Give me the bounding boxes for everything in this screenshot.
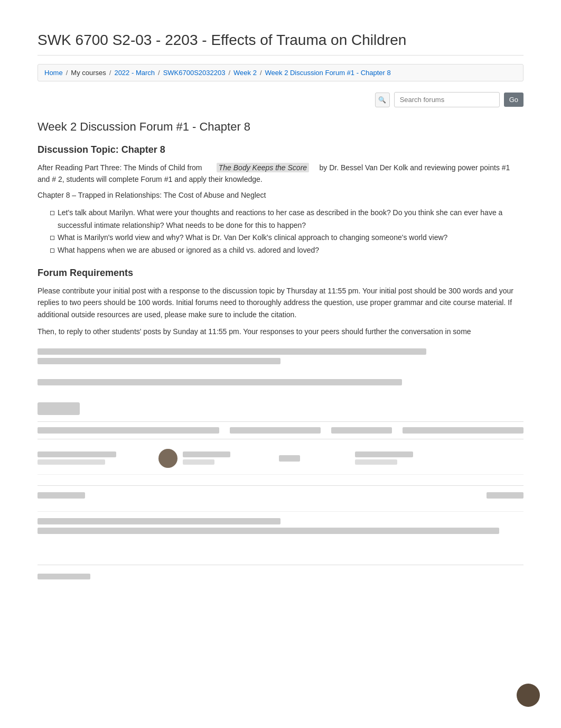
nav-bar-blurred	[38, 511, 523, 543]
add-reply-blurred	[38, 402, 523, 415]
page-title: SWK 6700 S2-03 - 2203 - Effects of Traum…	[38, 32, 523, 56]
requirements-heading: Forum Requirements	[38, 268, 523, 279]
breadcrumb-mycourses: My courses	[71, 69, 106, 77]
search-row: 🔍 Go	[38, 92, 523, 107]
discussion-bullets: Let's talk about Marilyn. What were your…	[38, 207, 523, 257]
pagination-right	[487, 492, 523, 499]
breadcrumb-current: Week 2 Discussion Forum #1 - Chapter 8	[265, 69, 391, 77]
breadcrumb-sep-1: /	[66, 69, 68, 77]
breadcrumb-sep-2: /	[109, 69, 111, 77]
bullet-2: What is Marilyn's world view and why? Wh…	[50, 232, 523, 244]
blurred-line-2	[38, 358, 280, 364]
blurred-line-1	[38, 348, 426, 355]
requirements-text-2: Then, to reply to other students' posts …	[38, 326, 523, 337]
blurred-continuation	[38, 348, 523, 364]
search-input[interactable]	[394, 92, 500, 107]
search-button[interactable]: Go	[504, 93, 523, 107]
table-row	[38, 443, 523, 475]
bullet-3: What happens when we are abused or ignor…	[50, 244, 523, 257]
breadcrumb-course[interactable]: SWK6700S2032203	[163, 69, 226, 77]
row-lastpost-col	[355, 451, 523, 465]
blurred-grading-block	[38, 373, 523, 396]
footer-label	[38, 574, 90, 579]
chapter-label: Chapter 8 – Trapped in Relationships: Th…	[38, 191, 523, 199]
row-author-col	[158, 449, 271, 468]
avatar	[158, 449, 177, 468]
discussion-topic-heading: Discussion Topic: Chapter 8	[38, 144, 523, 155]
row-replies-col	[279, 455, 347, 462]
book-title: The Body Keeps the Score	[217, 163, 309, 172]
breadcrumb: Home / My courses / 2022 - March / SWK67…	[38, 64, 523, 81]
pagination-row	[38, 485, 523, 499]
requirements-text-1: Please contribute your initial post with…	[38, 285, 523, 320]
breadcrumb-term[interactable]: 2022 - March	[114, 69, 155, 77]
breadcrumb-week[interactable]: Week 2	[233, 69, 257, 77]
row-text-col	[38, 451, 150, 465]
breadcrumb-sep-3: /	[158, 69, 160, 77]
bullet-1: Let's talk about Marilyn. What were your…	[50, 207, 523, 232]
breadcrumb-sep-4: /	[228, 69, 230, 77]
table-header	[38, 421, 523, 439]
pagination-label	[38, 492, 85, 499]
search-toggle-button[interactable]: 🔍	[375, 93, 390, 107]
body-intro-text: After Reading Part Three: The Minds of C…	[38, 162, 523, 186]
requirements-section: Forum Requirements Please contribute you…	[38, 268, 523, 338]
footer-section	[38, 565, 523, 579]
user-avatar-floating[interactable]	[517, 684, 540, 707]
forum-title: Week 2 Discussion Forum #1 - Chapter 8	[38, 120, 523, 134]
breadcrumb-home[interactable]: Home	[44, 69, 63, 77]
breadcrumb-sep-5: /	[260, 69, 262, 77]
